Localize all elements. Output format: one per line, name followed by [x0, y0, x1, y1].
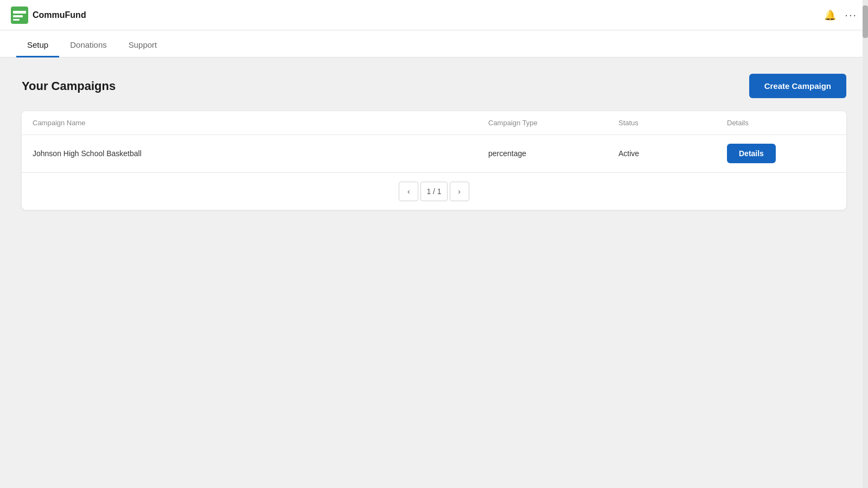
table-header: Campaign Name Campaign Type Status Detai… — [22, 111, 846, 135]
header-actions: 🔔 ··· — [824, 9, 857, 21]
col-header-campaign-name: Campaign Name — [33, 119, 488, 127]
campaigns-table: Campaign Name Campaign Type Status Detai… — [22, 111, 846, 210]
col-header-campaign-type: Campaign Type — [488, 119, 618, 127]
more-options-icon[interactable]: ··· — [845, 9, 857, 21]
details-button[interactable]: Details — [727, 144, 776, 163]
col-header-details: Details — [727, 119, 835, 127]
logo-icon — [11, 7, 28, 24]
scrollbar-thumb[interactable] — [863, 5, 868, 38]
tab-donations[interactable]: Donations — [59, 34, 118, 57]
pagination-info: 1 / 1 — [420, 182, 447, 201]
pagination-next-button[interactable]: › — [450, 182, 469, 201]
svg-rect-2 — [13, 15, 23, 17]
cell-status: Active — [618, 149, 727, 158]
header: CommuFund 🔔 ··· — [0, 0, 868, 30]
table-row: Johnson High School Basketball percentag… — [22, 135, 846, 172]
scrollbar[interactable] — [863, 0, 868, 488]
app-title: CommuFund — [33, 10, 86, 20]
main-content: Your Campaigns Create Campaign Campaign … — [0, 57, 868, 488]
page-header: Your Campaigns Create Campaign — [22, 74, 846, 98]
cell-campaign-type: percentage — [488, 149, 618, 158]
pagination-prev-button[interactable]: ‹ — [399, 182, 418, 201]
cell-details: Details — [727, 144, 835, 163]
create-campaign-button[interactable]: Create Campaign — [749, 74, 846, 98]
cell-campaign-name: Johnson High School Basketball — [33, 149, 488, 158]
page-title: Your Campaigns — [22, 79, 116, 93]
pagination: ‹ 1 / 1 › — [22, 172, 846, 210]
tab-bar: Setup Donations Support — [0, 30, 868, 57]
svg-rect-1 — [13, 11, 26, 14]
tab-support[interactable]: Support — [118, 34, 168, 57]
col-header-status: Status — [618, 119, 727, 127]
svg-rect-3 — [13, 19, 20, 21]
logo-container: CommuFund — [11, 7, 86, 24]
notification-icon[interactable]: 🔔 — [824, 9, 836, 21]
tab-setup[interactable]: Setup — [16, 34, 59, 57]
